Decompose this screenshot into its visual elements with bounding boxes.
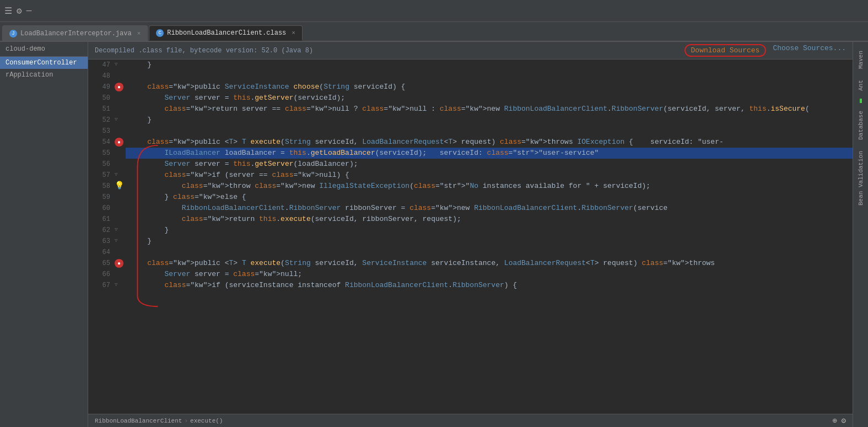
tab-label-1: LoadBalancerInterceptor.java (20, 30, 132, 37)
gutter-60 (115, 203, 126, 214)
code-line-65: class="kw">public <T> T execute(String s… (126, 258, 853, 269)
line-number-55: 55 (88, 148, 115, 159)
download-sources-button[interactable]: Download Sources (684, 44, 767, 57)
tab-close-1[interactable]: × (137, 30, 141, 37)
info-bar: Decompiled .class file, bytecode version… (88, 42, 853, 60)
bean-validation-tool[interactable]: Bean Validation (856, 147, 865, 210)
code-line-61: class="kw">return this.execute(serviceId… (126, 214, 853, 225)
gutter-53 (115, 126, 126, 137)
sidebar: cloud-demo ConsumerController rApplicati… (0, 42, 88, 427)
fold-icon[interactable]: ▽ (115, 117, 117, 122)
choose-sources-button[interactable]: Choose Sources... (773, 44, 846, 57)
line-number-67: 67 (88, 280, 115, 291)
code-table: 47▽ }4849● class="kw">public ServiceInst… (88, 60, 853, 291)
breadcrumb-method: execute() (190, 418, 223, 424)
code-line-50: Server server = this.getServer(serviceId… (126, 93, 853, 104)
gutter-51 (115, 104, 126, 115)
line-number-66: 66 (88, 269, 115, 280)
code-line-51: class="kw">return server == class="kw">n… (126, 104, 853, 115)
line-number-58: 58 (88, 181, 115, 192)
ant-tool[interactable]: Ant (856, 75, 865, 95)
code-row-53: 53 (88, 126, 853, 137)
gutter-56 (115, 159, 126, 170)
code-row-48: 48 (88, 71, 853, 82)
tab-label-2: RibbonLoadBalancerClient.class (167, 29, 286, 37)
tab-close-2[interactable]: × (292, 30, 295, 36)
decompiled-info: Decompiled .class file, bytecode version… (95, 47, 313, 55)
code-scroll[interactable]: 47▽ }4849● class="kw">public ServiceInst… (88, 60, 853, 414)
gear-icon[interactable]: ⚙ (17, 6, 22, 17)
sidebar-item-application[interactable]: rApplication (0, 69, 88, 81)
code-row-63: 63▽ } (88, 236, 853, 247)
gutter-59 (115, 192, 126, 203)
code-line-67: class="kw">if (serviceInstance instanceo… (126, 280, 853, 291)
gutter-66 (115, 269, 126, 280)
code-row-60: 60 RibbonLoadBalancerClient.RibbonServer… (88, 203, 853, 214)
line-number-49: 49 (88, 82, 115, 93)
fold-icon[interactable]: ▽ (115, 62, 117, 67)
minimize-icon[interactable]: — (26, 6, 32, 16)
add-icon[interactable]: ⊕ (832, 416, 837, 425)
gutter-52: ▽ (115, 115, 126, 126)
class-file-icon: C (156, 29, 164, 37)
line-number-63: 63 (88, 236, 115, 247)
fold-icon[interactable]: ▽ (115, 238, 117, 244)
gutter-54: ● (115, 137, 126, 148)
code-line-64 (126, 247, 853, 258)
bottom-bar: RibbonLoadBalancerClient › execute() ⊕ ⚙ (88, 414, 853, 427)
gutter-63: ▽ (115, 236, 126, 247)
gutter-64 (115, 247, 126, 258)
code-line-57: class="kw">if (server == class="kw">null… (126, 170, 853, 181)
info-bar-actions: Download Sources Choose Sources... (684, 44, 846, 57)
gutter-48 (115, 71, 126, 82)
code-line-48 (126, 71, 853, 82)
line-number-54: 54 (88, 137, 115, 148)
code-row-56: 56 Server server = this.getServer(loadBa… (88, 159, 853, 170)
line-number-51: 51 (88, 104, 115, 115)
sidebar-item-consumer-controller[interactable]: ConsumerController (0, 57, 88, 69)
gutter-57: ▽ (115, 170, 126, 181)
fold-icon[interactable]: ▽ (115, 282, 117, 288)
code-row-62: 62▽ } (88, 225, 853, 236)
tab-ribbon-client[interactable]: C RibbonLoadBalancerClient.class × (149, 25, 303, 41)
code-line-66: Server server = class="kw">null; (126, 269, 853, 280)
gutter-55 (115, 148, 126, 159)
code-row-67: 67▽ class="kw">if (serviceInstance insta… (88, 280, 853, 291)
code-row-50: 50 Server server = this.getServer(servic… (88, 93, 853, 104)
database-tool[interactable]: Database (856, 106, 865, 144)
gutter-50 (115, 93, 126, 104)
code-line-52: } (126, 115, 853, 126)
maven-tool[interactable]: Maven (856, 46, 865, 73)
gutter-65: ● (115, 258, 126, 269)
line-number-60: 60 (88, 203, 115, 214)
code-line-62: } (126, 225, 853, 236)
breadcrumb: RibbonLoadBalancerClient › execute() (95, 418, 223, 424)
top-bar: ☰ ⚙ — (0, 0, 868, 22)
gutter-62: ▽ (115, 225, 126, 236)
code-row-52: 52▽ } (88, 115, 853, 126)
line-number-50: 50 (88, 93, 115, 104)
code-line-56: Server server = this.getServer(loadBalan… (126, 159, 853, 170)
tab-bar: J LoadBalancerInterceptor.java × C Ribbo… (0, 22, 868, 42)
code-line-54: class="kw">public <T> T execute(String s… (126, 137, 853, 148)
gutter-58: 💡 (115, 181, 126, 192)
line-number-62: 62 (88, 225, 115, 236)
settings-icon[interactable]: ⚙ (842, 416, 846, 425)
fold-icon[interactable]: ▽ (115, 227, 117, 233)
code-row-66: 66 Server server = class="kw">null; (88, 269, 853, 280)
breakpoint-icon: ● (115, 259, 123, 268)
code-line-47: } (126, 60, 853, 71)
gutter-67: ▽ (115, 280, 126, 291)
line-number-52: 52 (88, 115, 115, 126)
code-line-49: class="kw">public ServiceInstance choose… (126, 82, 853, 93)
code-row-58: 58💡 class="kw">throw class="kw">new Ille… (88, 181, 853, 192)
code-row-57: 57▽ class="kw">if (server == class="kw">… (88, 170, 853, 181)
code-row-54: 54● class="kw">public <T> T execute(Stri… (88, 137, 853, 148)
code-row-64: 64 (88, 247, 853, 258)
tab-loadbalancer-interceptor[interactable]: J LoadBalancerInterceptor.java × (2, 25, 148, 41)
breakpoint-icon: ● (115, 83, 123, 91)
fold-icon[interactable]: ▽ (115, 172, 117, 177)
menu-icon[interactable]: ☰ (4, 6, 12, 17)
lightbulb-icon[interactable]: 💡 (115, 181, 124, 190)
line-number-57: 57 (88, 170, 115, 181)
